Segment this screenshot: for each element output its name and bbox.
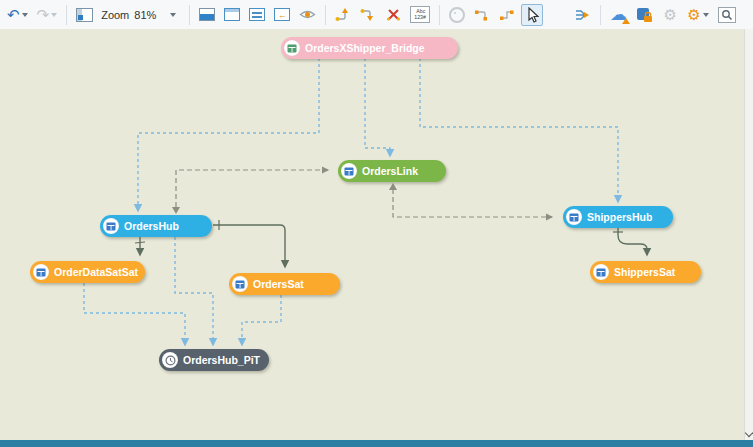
window-list-icon <box>249 8 265 21</box>
arrowhead <box>389 183 397 190</box>
table-icon <box>33 264 49 280</box>
save-view-icon <box>199 8 215 21</box>
node-orderslink[interactable]: OrdersLink <box>338 160 446 182</box>
connector-style1-button[interactable] <box>471 4 493 26</box>
cloud-upload-icon: ☁ <box>610 6 627 24</box>
preview-button[interactable] <box>296 4 319 26</box>
cloud-upload-button[interactable]: ☁ <box>607 4 630 26</box>
connector-style2-icon <box>499 8 515 22</box>
node-orderssat[interactable]: OrdersSat <box>229 273 340 295</box>
toolbar-separator <box>66 5 67 25</box>
save-view-button[interactable] <box>196 4 218 26</box>
edge-bridge-orderslink[interactable] <box>365 58 390 156</box>
connector-style1-icon <box>474 8 490 22</box>
delete-connector-button[interactable] <box>382 4 404 26</box>
table-icon <box>593 264 609 280</box>
node-orderdatasatsat[interactable]: OrderDataSatSat <box>30 261 145 283</box>
lock-icon <box>636 7 653 23</box>
magnifier-icon <box>718 7 736 23</box>
node-label: OrdersLink <box>362 165 418 177</box>
zoom-region-button[interactable] <box>715 4 739 26</box>
connector-down-button[interactable] <box>357 4 379 26</box>
window-top-icon <box>224 8 240 21</box>
connector-down-icon <box>360 7 376 22</box>
node-label: ShippersSat <box>614 266 675 278</box>
zoom-dropdown[interactable] <box>161 4 183 26</box>
chevron-down-icon <box>170 13 176 17</box>
zoom-value: 81% <box>134 9 158 21</box>
clock-icon <box>162 352 178 368</box>
edge-orderssat-pit[interactable] <box>242 295 281 345</box>
edge-orderdatasatsat-pit[interactable] <box>84 283 185 345</box>
toolbar-separator <box>439 5 440 25</box>
fan-out-button[interactable] <box>571 4 594 26</box>
connector-up-icon <box>335 7 351 22</box>
bring-forward-button[interactable] <box>546 4 568 26</box>
redo-icon: ↷ <box>37 7 50 22</box>
node-label: OrderDataSatSat <box>54 266 138 278</box>
scroll-down-icon[interactable] <box>745 429 753 437</box>
node-ordershub[interactable]: OrdersHub <box>100 215 212 237</box>
toolbar-separator <box>325 5 326 25</box>
chevron-down-icon[interactable] <box>703 13 709 17</box>
table-icon <box>284 40 300 56</box>
eye-icon <box>299 8 316 21</box>
chevron-down-icon <box>51 13 57 17</box>
edge-ordershub-pit[interactable] <box>175 237 213 345</box>
circle-tool-button[interactable] <box>446 4 468 26</box>
undo-button[interactable]: ↶ <box>4 4 31 26</box>
cursor-tool-button[interactable] <box>521 4 543 26</box>
gear-disabled-button: ⚙ <box>659 4 681 26</box>
gear-icon: ⚙ <box>687 7 700 22</box>
table-icon <box>232 276 248 292</box>
table-icon <box>566 209 582 225</box>
node-label: OrdersSat <box>253 278 304 290</box>
abc-123-icon: Abc123# <box>410 6 430 23</box>
toolbar-separator <box>600 5 601 25</box>
node-shipperssat[interactable]: ShippersSat <box>590 261 701 283</box>
connector-style2-button[interactable] <box>496 4 518 26</box>
toolbar-separator <box>189 5 190 25</box>
cursor-icon <box>526 7 539 23</box>
edge-bridge-ordershub[interactable] <box>138 58 319 211</box>
table-icon <box>341 163 357 179</box>
panel-toggle-button[interactable] <box>73 4 96 26</box>
gear-icon: ⚙ <box>664 7 677 22</box>
edge-ordershub-orderslink[interactable] <box>176 170 328 207</box>
arrowhead <box>172 207 180 214</box>
connector-up-button[interactable] <box>332 4 354 26</box>
circle-tool-icon <box>449 7 465 23</box>
node-label: OrdersHub <box>124 220 179 232</box>
window-back-button[interactable]: ← <box>271 4 293 26</box>
diagram-canvas[interactable]: OrdersXShipper_Bridge OrdersLink OrdersH… <box>0 29 744 440</box>
table-icon <box>103 218 119 234</box>
zoom-label: Zoom <box>99 9 131 21</box>
window-list-button[interactable] <box>246 4 268 26</box>
node-label: ShippersHub <box>587 211 652 223</box>
abc-123-button[interactable]: Abc123# <box>407 4 433 26</box>
window-top-button[interactable] <box>221 4 243 26</box>
node-bridge[interactable]: OrdersXShipper_Bridge <box>281 37 458 59</box>
edge-ordershub-orderssat[interactable] <box>213 225 285 267</box>
node-ordershub-pit[interactable]: OrdersHub_PiT <box>159 349 269 371</box>
vertical-scrollbar[interactable] <box>744 29 753 440</box>
toolbar: ↶ ↷ Zoom 81% ← <box>0 0 753 30</box>
settings-button[interactable]: ⚙ <box>684 4 711 26</box>
chevron-down-icon[interactable] <box>22 13 28 17</box>
node-shippershub[interactable]: ShippersHub <box>563 206 673 228</box>
redo-button[interactable]: ↷ <box>34 4 61 26</box>
window-back-icon: ← <box>274 8 290 21</box>
edge-bridge-shippershub[interactable] <box>420 58 618 202</box>
delete-connector-icon <box>386 8 401 21</box>
cardinality-tick <box>135 242 145 243</box>
undo-icon: ↶ <box>7 7 20 22</box>
status-strip <box>0 440 753 447</box>
node-label: OrdersHub_PiT <box>183 354 260 366</box>
lock-object-button[interactable] <box>633 4 656 26</box>
fan-out-icon <box>574 8 591 22</box>
edge-orderslink-shippershub[interactable] <box>393 189 552 217</box>
panel-icon <box>76 8 93 22</box>
node-label: OrdersXShipper_Bridge <box>305 42 425 54</box>
